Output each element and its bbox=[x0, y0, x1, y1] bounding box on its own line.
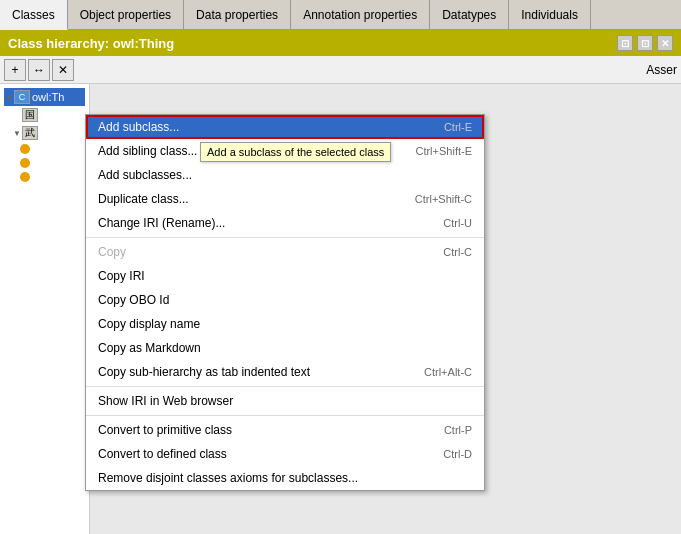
class-icon-2: 武 bbox=[22, 126, 38, 140]
assertions-label: Asser bbox=[646, 63, 677, 77]
tab-classes[interactable]: Classes bbox=[0, 0, 68, 30]
tab-annotation-properties[interactable]: Annotation properties bbox=[291, 0, 430, 29]
tree-item-1[interactable]: 国 bbox=[4, 106, 85, 124]
content-area: ▼ C owl:Th 国 ▼ 武 Add subclass... bbox=[0, 84, 681, 534]
tab-bar: Classes Object properties Data propertie… bbox=[0, 0, 681, 30]
separator-3 bbox=[86, 415, 484, 416]
title-icon-2[interactable]: ⊡ bbox=[637, 35, 653, 51]
menu-item-convert-primitive[interactable]: Convert to primitive class Ctrl-P bbox=[86, 418, 484, 442]
title-bar: Class hierarchy: owl:Thing ⊡ ⊡ ✕ bbox=[0, 30, 681, 56]
tab-datatypes[interactable]: Datatypes bbox=[430, 0, 509, 29]
menu-item-copy-iri[interactable]: Copy IRI bbox=[86, 264, 484, 288]
tree-item-2[interactable]: ▼ 武 bbox=[4, 124, 85, 142]
menu-item-duplicate-class[interactable]: Duplicate class... Ctrl+Shift-C bbox=[86, 187, 484, 211]
menu-item-wrapper-add-subclass: Add subclass... Ctrl-E bbox=[86, 115, 484, 139]
title-bar-icons: ⊡ ⊡ ✕ bbox=[617, 35, 673, 51]
menu-item-add-subclasses[interactable]: Add subclasses... bbox=[86, 163, 484, 187]
title-text: Class hierarchy: owl:Thing bbox=[8, 36, 174, 51]
tree-item-circle-1[interactable] bbox=[4, 142, 85, 156]
menu-item-copy: Copy Ctrl-C bbox=[86, 240, 484, 264]
arrow-down-icon: ▼ bbox=[4, 92, 14, 102]
separator-1 bbox=[86, 237, 484, 238]
menu-item-copy-as-markdown[interactable]: Copy as Markdown bbox=[86, 336, 484, 360]
menu-item-change-iri[interactable]: Change IRI (Rename)... Ctrl-U bbox=[86, 211, 484, 235]
tree-panel: ▼ C owl:Th 国 ▼ 武 bbox=[0, 84, 90, 534]
class-icon-1: 国 bbox=[22, 108, 38, 122]
tree-item-owl-thing[interactable]: ▼ C owl:Th bbox=[4, 88, 85, 106]
circle-icon-1 bbox=[20, 144, 30, 154]
menu-item-copy-obo-id[interactable]: Copy OBO Id bbox=[86, 288, 484, 312]
toolbar-close-btn[interactable]: ✕ bbox=[52, 59, 74, 81]
arrow-placeholder bbox=[12, 110, 22, 120]
menu-item-convert-defined[interactable]: Convert to defined class Ctrl-D bbox=[86, 442, 484, 466]
menu-item-add-subclass[interactable]: Add subclass... Ctrl-E bbox=[86, 115, 484, 139]
toolbar-add-btn[interactable]: + bbox=[4, 59, 26, 81]
context-menu: Add subclass... Ctrl-E Add sibling class… bbox=[85, 114, 485, 491]
title-icon-1[interactable]: ⊡ bbox=[617, 35, 633, 51]
tab-individuals[interactable]: Individuals bbox=[509, 0, 591, 29]
tab-data-properties[interactable]: Data properties bbox=[184, 0, 291, 29]
separator-2 bbox=[86, 386, 484, 387]
circle-icon-2 bbox=[20, 158, 30, 168]
class-icon: C bbox=[14, 90, 30, 104]
arrow-down-icon-2: ▼ bbox=[12, 128, 22, 138]
tree-item-circle-3[interactable] bbox=[4, 170, 85, 184]
toolbar: + ↔ ✕ Asser bbox=[0, 56, 681, 84]
toolbar-expand-btn[interactable]: ↔ bbox=[28, 59, 50, 81]
title-icon-close[interactable]: ✕ bbox=[657, 35, 673, 51]
circle-icon-3 bbox=[20, 172, 30, 182]
tab-object-properties[interactable]: Object properties bbox=[68, 0, 184, 29]
menu-item-show-iri[interactable]: Show IRI in Web browser bbox=[86, 389, 484, 413]
menu-item-copy-display-name[interactable]: Copy display name bbox=[86, 312, 484, 336]
tooltip: Add a subclass of the selected class bbox=[200, 142, 391, 162]
menu-item-remove-disjoint[interactable]: Remove disjoint classes axioms for subcl… bbox=[86, 466, 484, 490]
tree-item-circle-2[interactable] bbox=[4, 156, 85, 170]
menu-item-copy-sub-hierarchy[interactable]: Copy sub-hierarchy as tab indented text … bbox=[86, 360, 484, 384]
